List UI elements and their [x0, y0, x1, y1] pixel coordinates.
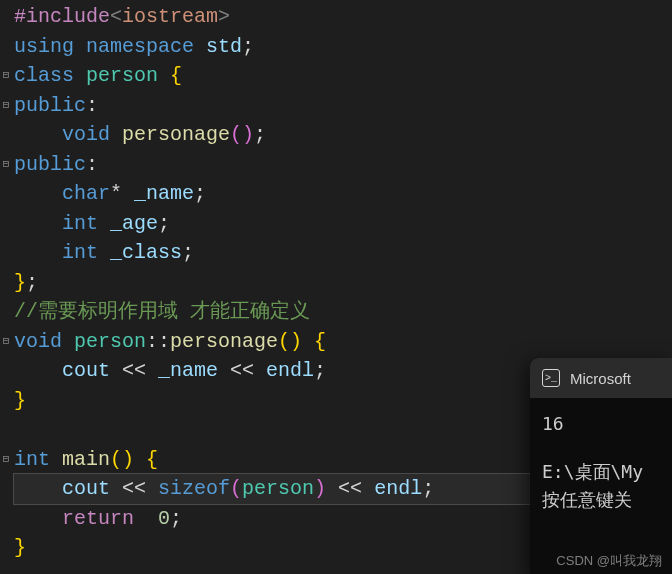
code-line[interactable]: public:: [14, 91, 672, 121]
console-line: 16: [542, 410, 660, 438]
fold-marker[interactable]: [0, 533, 12, 563]
code-line[interactable]: };: [14, 268, 672, 298]
fold-marker[interactable]: [0, 2, 12, 32]
fold-marker[interactable]: ⊟: [0, 327, 12, 357]
code-line[interactable]: #include<iostream>: [14, 2, 672, 32]
fold-marker[interactable]: [0, 297, 12, 327]
fold-marker[interactable]: [0, 474, 12, 504]
console-title: Microsoft: [570, 370, 631, 387]
fold-marker[interactable]: ⊟: [0, 61, 12, 91]
console-line: E:\桌面\My: [542, 458, 660, 486]
fold-marker[interactable]: [0, 415, 12, 445]
code-line[interactable]: using namespace std;: [14, 32, 672, 62]
code-line[interactable]: int _class;: [14, 238, 672, 268]
code-line[interactable]: //需要标明作用域 才能正确定义: [14, 297, 672, 327]
code-line[interactable]: public:: [14, 150, 672, 180]
fold-marker[interactable]: [0, 386, 12, 416]
fold-marker[interactable]: [0, 356, 12, 386]
fold-marker[interactable]: ⊟: [0, 150, 12, 180]
fold-marker[interactable]: [0, 209, 12, 239]
fold-marker[interactable]: ⊟: [0, 445, 12, 475]
terminal-icon: >_: [542, 369, 560, 387]
code-line[interactable]: char* _name;: [14, 179, 672, 209]
fold-marker[interactable]: [0, 504, 12, 534]
fold-marker[interactable]: ⊟: [0, 91, 12, 121]
code-line[interactable]: class person {: [14, 61, 672, 91]
fold-marker[interactable]: [0, 238, 12, 268]
code-line[interactable]: int _age;: [14, 209, 672, 239]
console-output: 16 E:\桌面\My 按任意键关: [530, 398, 672, 526]
fold-gutter: ⊟ ⊟ ⊟ ⊟ ⊟: [0, 0, 12, 574]
console-titlebar[interactable]: >_ Microsoft: [530, 358, 672, 398]
fold-marker[interactable]: [0, 179, 12, 209]
console-window[interactable]: >_ Microsoft 16 E:\桌面\My 按任意键关: [530, 358, 672, 574]
fold-marker[interactable]: [0, 120, 12, 150]
watermark: CSDN @叫我龙翔: [556, 552, 662, 570]
fold-marker[interactable]: [0, 268, 12, 298]
fold-marker[interactable]: [0, 32, 12, 62]
console-line: 按任意键关: [542, 486, 660, 514]
code-line[interactable]: void personage();: [14, 120, 672, 150]
code-line[interactable]: void person::personage() {: [14, 327, 672, 357]
